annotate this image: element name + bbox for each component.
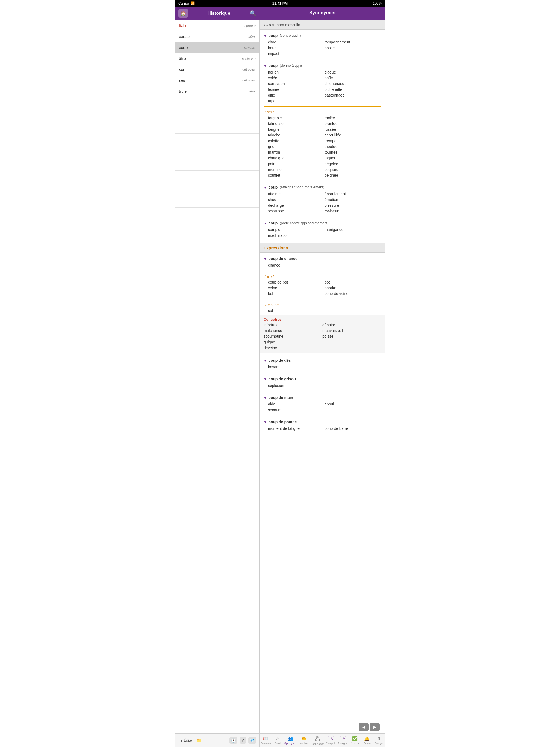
contraire-item: poisse [322, 334, 381, 339]
tab-synonymes[interactable]: 👥 Synonymes [284, 733, 298, 747]
sidebar-empty-8 [175, 183, 259, 195]
folder-button[interactable]: 📁 [196, 738, 202, 743]
syn-item: émotion [325, 197, 381, 202]
syn-item: appui [325, 402, 381, 407]
tab-conjugaison[interactable]: jetu il Conjugaison [310, 733, 325, 747]
edit-label: Éditer [184, 738, 193, 742]
syn-item: gifle [268, 93, 325, 98]
syn-item [325, 98, 381, 104]
gem-button[interactable]: 💎 [248, 737, 256, 744]
section-desc-4: (porté contre qqn secrètement) [279, 221, 328, 225]
tab-bar-left: 🗑 Éditer 📁 🕐 ✓ 💎 [175, 733, 260, 747]
syn-item [325, 364, 381, 370]
contraire-item [322, 339, 381, 345]
status-right: 100% [373, 1, 382, 5]
contraire-item: malchance [263, 328, 322, 333]
sidebar-type: n. propre [243, 24, 256, 28]
syn-item: chiquenaude [325, 81, 381, 86]
syn-item: coquard [325, 167, 381, 172]
tab-plus-gros[interactable]: +A Plus gros [337, 733, 349, 747]
fam-label-e1: [Fam.] [260, 273, 385, 279]
tab-a-retenir-label: À retenir [350, 742, 360, 745]
syn-item: bastonnade [325, 93, 381, 98]
syn-item [325, 51, 381, 56]
sidebar-item-ses[interactable]: ses dét.poss. [175, 75, 259, 86]
tab-conjugaison-label: Conjugaison [311, 743, 324, 745]
a-retenir-icon: ✅ [352, 736, 358, 741]
sidebar-item-etre[interactable]: être v. (3e gr.) [175, 53, 259, 64]
book-icon: 📖 [263, 736, 268, 741]
tab-envoyer-label: Envoyer [375, 742, 384, 745]
tab-envoyer[interactable]: ⬆ Envoyer [373, 733, 385, 747]
syn-item: correction [268, 81, 325, 86]
exp-synonyms-2: hasard [260, 364, 385, 371]
sidebar-item-truie[interactable]: truie n.fém. [175, 86, 259, 97]
syn-item: pot [325, 279, 381, 285]
tab-locutions[interactable]: 🤲 Locutions [298, 733, 310, 747]
syn-item: branlée [325, 121, 381, 126]
synonyms-grid-2: horion claque volée baffe correction chi… [260, 69, 385, 105]
syn-item: blessure [325, 203, 381, 208]
syn-item: soufflet [268, 173, 325, 178]
syn-item: volée [268, 75, 325, 81]
sidebar-empty-10 [175, 208, 259, 220]
envoyer-icon: ⬆ [377, 736, 381, 741]
contraire-item: guigne [263, 339, 322, 345]
syn-item: fessée [268, 87, 325, 92]
contraires-grid: infortune déboire malchance mauvais œil … [263, 322, 381, 352]
syn-item: manigance [325, 227, 381, 232]
tab-a-retenir[interactable]: ✅ À retenir [349, 733, 361, 747]
word-title-bar: COUP nom masculin [260, 20, 385, 29]
section-secretement: ▼ coup (porté contre qqn secrètement) co… [260, 217, 385, 241]
contraires-section: Contraires : infortune déboire malchance… [260, 315, 385, 353]
sidebar-item-son[interactable]: son dét.poss. [175, 64, 259, 75]
contraire-item [322, 345, 381, 351]
syn-item [325, 262, 381, 268]
exp-word-2: coup de dés [269, 358, 291, 363]
syn-item: torgnole [268, 115, 325, 121]
syn-item: tournée [325, 150, 381, 155]
sidebar-type: v. (3e gr.) [242, 57, 256, 60]
home-button[interactable]: 🏠 [178, 9, 188, 18]
sidebar-item-italie[interactable]: Italie n. propre [175, 20, 259, 31]
sidebar-item-coup[interactable]: coup n.masc. [175, 42, 259, 53]
exp-word-5: coup de pompe [269, 420, 297, 424]
hands-icon: 🤲 [301, 736, 307, 741]
prev-button[interactable]: ◀ [359, 723, 368, 731]
syn-item: moment de fatigue [268, 426, 325, 431]
pepite-icon: 🔔 [364, 736, 370, 741]
search-icon: 🔍 [250, 10, 256, 17]
main-panel: COUP nom masculin ▼ coup (contre qqch) c… [260, 20, 385, 733]
sidebar-type: n.fém. [247, 89, 256, 93]
next-button[interactable]: ▶ [370, 723, 380, 731]
synonymes-content: COUP nom masculin ▼ coup (contre qqch) c… [260, 20, 385, 733]
exp-header-1: ▼ coup de chance [260, 254, 385, 262]
tab-pepite[interactable]: 🔔 Pépite [361, 733, 373, 747]
triangle-icon-2: ▼ [263, 64, 267, 68]
section-header-2: ▼ coup (donné à qqn) [260, 61, 385, 69]
syn-item [325, 233, 381, 238]
edit-button[interactable]: 🗑 Éditer [178, 738, 193, 743]
syn-item: pain [268, 161, 325, 166]
tab-definition-label: Définition [261, 742, 271, 745]
tab-profil[interactable]: ⚠ Profil [272, 733, 284, 747]
checkmark-icon: ✓ [241, 738, 245, 743]
clock-button[interactable]: 🕐 [229, 737, 237, 744]
syn-item: dérouillée [325, 132, 381, 138]
wifi-icon: 📶 [190, 1, 195, 5]
tab-plus-petit[interactable]: –A Plus petit [325, 733, 337, 747]
plus-gros-icon: +A [340, 736, 346, 741]
checkmark-button[interactable]: ✓ [239, 737, 246, 744]
search-button[interactable]: 🔍 [250, 10, 256, 17]
syn-item: coup de pot [268, 279, 325, 285]
syn-item: tamponnement [325, 40, 381, 45]
syn-item: machination [268, 233, 325, 238]
sidebar-word: ses [179, 78, 185, 83]
exp-word-4: coup de main [269, 395, 293, 400]
sidebar-item-cause[interactable]: cause n.fém. [175, 31, 259, 42]
tab-plus-gros-label: Plus gros [338, 742, 348, 745]
sidebar-type: n.masc. [244, 46, 256, 50]
tab-definition[interactable]: 📖 Définition [260, 733, 272, 747]
tab-locutions-label: Locutions [299, 742, 309, 745]
triangle-icon-e1: ▼ [263, 257, 267, 261]
